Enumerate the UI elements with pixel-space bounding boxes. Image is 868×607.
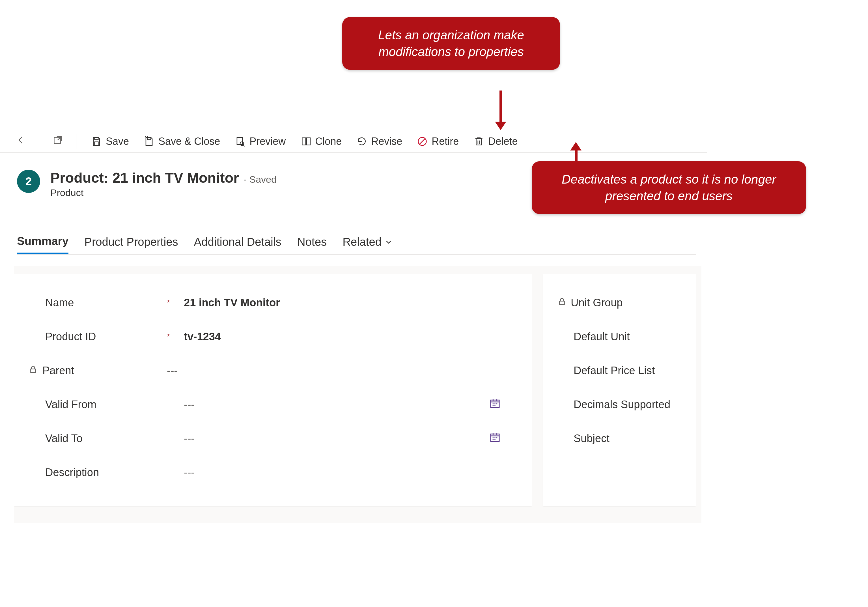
svg-rect-13 — [560, 301, 564, 304]
form-body: Name * 21 inch TV Monitor Product ID * t… — [14, 266, 701, 523]
field-name-value: 21 inch TV Monitor — [184, 297, 489, 309]
record-header: 2 Product: 21 inch TV Monitor - Saved Pr… — [17, 170, 277, 198]
svg-rect-10 — [31, 369, 36, 373]
field-parent-value: --- — [167, 365, 489, 377]
back-button[interactable] — [11, 133, 30, 150]
calendar-icon[interactable] — [489, 432, 518, 446]
retire-label: Retire — [432, 135, 459, 147]
field-name-label: Name — [45, 297, 167, 309]
popout-button[interactable] — [48, 133, 67, 150]
record-badge: 2 — [17, 170, 40, 193]
tab-notes-label: Notes — [297, 236, 327, 248]
svg-rect-1 — [95, 137, 98, 140]
field-subject-label: Subject — [574, 433, 609, 445]
revise-label: Revise — [371, 135, 402, 147]
field-decimals-supported-label: Decimals Supported — [574, 399, 670, 411]
lock-icon — [28, 365, 42, 377]
tab-summary-label: Summary — [17, 235, 68, 247]
command-bar: Save Save & Close Preview Clone Revise R… — [0, 130, 707, 153]
field-decimals-supported[interactable]: Decimals Supported — [557, 388, 687, 421]
field-valid-from-label: Valid From — [45, 399, 167, 411]
record-entity: Product — [50, 187, 277, 198]
required-marker: * — [167, 332, 184, 341]
lock-icon — [557, 297, 567, 309]
field-default-unit[interactable]: Default Unit — [557, 320, 687, 354]
field-default-unit-label: Default Unit — [574, 331, 630, 343]
field-name[interactable]: Name * 21 inch TV Monitor — [45, 286, 518, 320]
field-product-id-value: tv-1234 — [184, 331, 489, 343]
arrow-left-icon — [15, 135, 26, 145]
callout-revise: Lets an organization make modifications … — [342, 17, 560, 70]
tab-additional-details-label: Additional Details — [194, 236, 281, 248]
field-description-label: Description — [45, 466, 167, 478]
record-status: - Saved — [243, 174, 277, 185]
field-parent-label: Parent — [42, 365, 150, 377]
clone-icon — [301, 136, 311, 147]
field-unit-group: Unit Group — [557, 286, 687, 320]
toolbar-separator — [39, 134, 39, 149]
delete-label: Delete — [488, 135, 518, 147]
tab-related[interactable]: Related — [343, 232, 393, 254]
callout-retire: Deactivates a product so it is no longer… — [532, 161, 806, 214]
callout-revise-arrow-head — [495, 122, 506, 130]
calendar-icon[interactable] — [489, 398, 518, 411]
tab-summary[interactable]: Summary — [17, 232, 68, 254]
callout-retire-arrow-stem — [575, 150, 578, 162]
svg-rect-9 — [476, 138, 482, 145]
chevron-down-icon — [384, 238, 393, 246]
tab-notes[interactable]: Notes — [297, 232, 327, 254]
save-close-button[interactable]: Save & Close — [138, 134, 226, 149]
summary-card-right: Unit Group Default Unit Default Price Li… — [543, 274, 696, 506]
field-subject[interactable]: Subject — [557, 421, 687, 455]
field-description-value: --- — [184, 466, 489, 478]
tab-bar: Summary Product Properties Additional De… — [17, 232, 696, 255]
popout-icon — [52, 135, 63, 145]
clone-button[interactable]: Clone — [295, 134, 347, 149]
preview-button[interactable]: Preview — [229, 134, 291, 149]
save-close-icon — [144, 136, 154, 147]
callout-revise-arrow-stem — [499, 90, 502, 122]
save-button[interactable]: Save — [85, 134, 135, 149]
callout-revise-text: Lets an organization make modifications … — [378, 28, 524, 59]
field-valid-to[interactable]: Valid To --- — [45, 421, 518, 455]
trash-icon — [473, 136, 484, 147]
tab-product-properties[interactable]: Product Properties — [84, 232, 178, 254]
field-valid-from-value: --- — [184, 399, 489, 411]
undo-icon — [356, 136, 367, 147]
callout-retire-text: Deactivates a product so it is no longer… — [562, 172, 776, 203]
field-parent: Parent --- — [28, 354, 518, 388]
save-close-label: Save & Close — [158, 135, 220, 147]
preview-icon — [235, 136, 245, 147]
revise-button[interactable]: Revise — [351, 134, 408, 149]
record-title: Product: 21 inch TV Monitor — [50, 170, 239, 186]
field-default-price-list[interactable]: Default Price List — [557, 354, 687, 388]
save-icon — [91, 136, 102, 147]
field-unit-group-label: Unit Group — [571, 297, 623, 309]
field-default-price-list-label: Default Price List — [574, 365, 655, 377]
callout-retire-arrow-head — [570, 142, 581, 151]
field-product-id[interactable]: Product ID * tv-1234 — [45, 320, 518, 354]
svg-rect-4 — [237, 137, 242, 144]
prohibit-icon — [417, 136, 428, 147]
tab-related-label: Related — [343, 236, 381, 248]
field-valid-to-value: --- — [184, 433, 489, 445]
summary-card-left: Name * 21 inch TV Monitor Product ID * t… — [14, 274, 532, 506]
clone-label: Clone — [315, 135, 342, 147]
field-product-id-label: Product ID — [45, 331, 167, 343]
svg-rect-2 — [95, 142, 98, 145]
tab-additional-details[interactable]: Additional Details — [194, 232, 281, 254]
preview-label: Preview — [250, 135, 286, 147]
svg-rect-6 — [302, 138, 306, 145]
field-valid-to-label: Valid To — [45, 433, 167, 445]
field-description[interactable]: Description --- — [45, 455, 518, 489]
svg-point-5 — [240, 142, 244, 145]
svg-rect-7 — [307, 138, 310, 145]
retire-button[interactable]: Retire — [411, 134, 464, 149]
delete-button[interactable]: Delete — [468, 134, 523, 149]
tab-product-properties-label: Product Properties — [84, 236, 178, 248]
toolbar-separator — [76, 134, 76, 149]
field-valid-from[interactable]: Valid From --- — [45, 388, 518, 421]
required-marker: * — [167, 298, 184, 307]
record-badge-number: 2 — [25, 175, 32, 188]
save-label: Save — [106, 135, 129, 147]
